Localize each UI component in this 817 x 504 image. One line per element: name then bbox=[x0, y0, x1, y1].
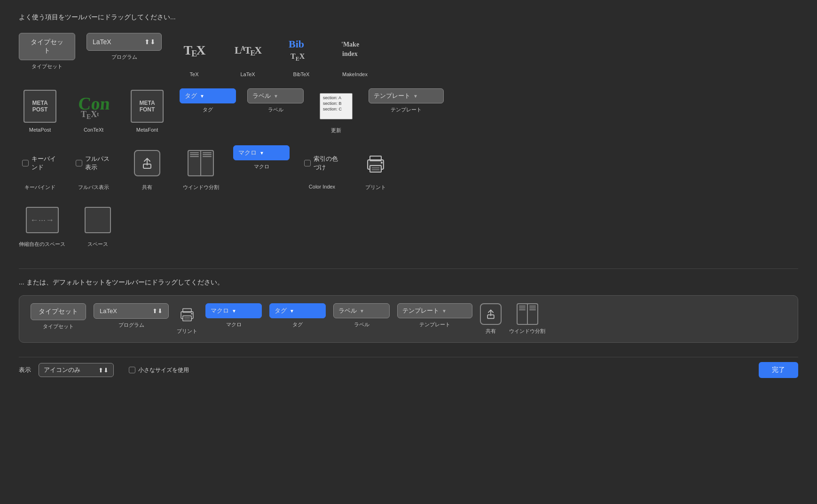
metafont-label: MetaFont bbox=[136, 127, 158, 133]
section-separator bbox=[19, 268, 798, 269]
toolbar-item-latex: LATEX LaTeX bbox=[227, 33, 269, 77]
macro-value: マクロ bbox=[238, 149, 257, 157]
window-split-icon-box bbox=[183, 145, 219, 181]
program-value: LaTeX bbox=[93, 38, 111, 46]
default-macro-arrow: ▼ bbox=[232, 308, 236, 314]
fullpath-label: フルパス表示 bbox=[78, 184, 109, 191]
color-index-text: 索引の色づけ bbox=[314, 155, 340, 172]
default-share-label: 共有 bbox=[486, 328, 496, 335]
makeindex-label: MakeIndex bbox=[342, 71, 368, 77]
toolbar-item-keybind: キーバインド キーバインド bbox=[19, 145, 61, 191]
default-tag-arrow: ▼ bbox=[290, 308, 294, 314]
typeset-button[interactable]: タイプセット bbox=[19, 33, 75, 60]
drag-hint: よく使う項目をツールバーにドラッグしてください... bbox=[19, 13, 798, 22]
svg-point-19 bbox=[191, 313, 192, 315]
default-label-dropdown[interactable]: ラベル ▼ bbox=[333, 303, 390, 318]
toolbar-item-share: 共有 bbox=[126, 145, 168, 191]
default-ws-left bbox=[518, 304, 528, 324]
toolbar-item-label: ラベル ▼ ラベル bbox=[247, 88, 304, 113]
label-value: ラベル bbox=[252, 92, 271, 100]
macro-dropdown[interactable]: マクロ ▼ bbox=[233, 145, 290, 160]
default-bar-print: プリント bbox=[176, 303, 198, 335]
default-print-icon bbox=[176, 303, 198, 325]
default-bar-program: LaTeX ⬆⬇ プログラム bbox=[94, 303, 169, 329]
svg-rect-12 bbox=[370, 165, 381, 172]
toolbar-item-macro: マクロ ▼ マクロ bbox=[233, 145, 290, 170]
toolbar-item-fullpath: フルパス表示 フルパス表示 bbox=[72, 145, 115, 191]
space-label: スペース bbox=[87, 241, 108, 248]
display-dropdown[interactable]: アイコンのみ ⬆⬇ bbox=[39, 363, 114, 377]
fullpath-icon-box: フルパス表示 bbox=[76, 145, 111, 181]
fullpath-checkbox[interactable] bbox=[76, 160, 82, 166]
svg-text:Bib: Bib bbox=[289, 38, 304, 50]
space-icon bbox=[85, 207, 111, 233]
flexible-space-icon: ←···→ bbox=[26, 207, 59, 233]
toolbar-item-update: section: A section: B section: C 更新 bbox=[315, 88, 357, 134]
default-template-label: テンプレート bbox=[419, 321, 450, 328]
context-icon-box: Con TEXt bbox=[76, 88, 111, 124]
window-split-icon bbox=[188, 150, 214, 176]
bottom-bar: 表示 アイコンのみ ⬆⬇ 小さなサイズを使用 完了 bbox=[19, 357, 798, 378]
latex-label: LaTeX bbox=[240, 71, 255, 77]
default-window-split-icon bbox=[517, 303, 538, 325]
default-macro-dropdown[interactable]: マクロ ▼ bbox=[205, 303, 262, 318]
context-label: ConTeXt bbox=[84, 127, 103, 133]
space-icon-box bbox=[80, 202, 116, 238]
tag-dropdown[interactable]: タグ ▼ bbox=[180, 88, 236, 103]
display-value: アイコンのみ bbox=[44, 366, 80, 374]
default-bar-share: 共有 bbox=[480, 303, 502, 335]
default-template-dropdown[interactable]: テンプレート ▼ bbox=[397, 303, 472, 318]
metapost-icon: META POST bbox=[24, 90, 56, 123]
default-bar-tag: タグ ▼ タグ bbox=[269, 303, 326, 328]
macro-label: マクロ bbox=[254, 163, 269, 170]
bibtex-label: BibTeX bbox=[293, 71, 310, 77]
ws-line bbox=[529, 309, 536, 310]
print-icon bbox=[362, 150, 389, 176]
tex-icon-box: TEX bbox=[176, 33, 212, 69]
toolbar-item-makeindex: 'Make index MakeIndex bbox=[334, 33, 376, 77]
label-label: ラベル bbox=[268, 106, 283, 113]
keybind-text: キーバインド bbox=[31, 155, 58, 172]
default-ws-right bbox=[528, 304, 537, 324]
metafont-icon-box: META FONT bbox=[129, 88, 165, 124]
tex-label: TeX bbox=[190, 71, 199, 77]
default-set-hint: ... または、デフォルトセットをツールバーにドラッグしてください。 bbox=[19, 278, 798, 287]
color-index-checkbox[interactable] bbox=[304, 160, 311, 166]
default-label-arrow: ▼ bbox=[360, 308, 364, 314]
display-dropdown-arrows: ⬆⬇ bbox=[98, 367, 109, 374]
default-program-dropdown[interactable]: LaTeX ⬆⬇ bbox=[94, 303, 169, 319]
done-button[interactable]: 完了 bbox=[759, 362, 798, 378]
svg-text:index: index bbox=[342, 50, 358, 57]
default-bar-template: テンプレート ▼ テンプレート bbox=[397, 303, 472, 328]
keybind-icon-box: キーバインド bbox=[22, 145, 58, 181]
toolbar-item-program: LaTeX ⬆⬇ プログラム bbox=[86, 33, 162, 61]
program-dropdown[interactable]: LaTeX ⬆⬇ bbox=[86, 33, 162, 51]
default-tag-dropdown[interactable]: タグ ▼ bbox=[269, 303, 326, 318]
label-dropdown[interactable]: ラベル ▼ bbox=[247, 88, 304, 103]
tag-label: タグ bbox=[203, 106, 213, 113]
metapost-icon-box: META POST bbox=[22, 88, 58, 124]
toolbar-item-space: スペース bbox=[77, 202, 119, 248]
small-size-row: 小さなサイズを使用 bbox=[129, 366, 189, 374]
fullpath-checkbox-row: フルパス表示 bbox=[76, 155, 111, 172]
ws-line bbox=[203, 156, 212, 157]
share-label: 共有 bbox=[142, 184, 152, 191]
toolbar-item-context: Con TEXt ConTeXt bbox=[72, 88, 115, 133]
keybind-checkbox[interactable] bbox=[22, 160, 29, 166]
svg-rect-18 bbox=[183, 316, 191, 321]
small-size-checkbox[interactable] bbox=[129, 367, 135, 373]
default-program-value: LaTeX bbox=[100, 307, 117, 315]
template-label: テンプレート bbox=[391, 106, 422, 113]
update-line-2: section: B bbox=[323, 101, 349, 106]
template-dropdown[interactable]: テンプレート ▼ bbox=[369, 88, 444, 103]
share-icon bbox=[134, 150, 160, 176]
small-size-label: 小さなサイズを使用 bbox=[138, 366, 189, 374]
default-typeset-button[interactable]: タイプセット bbox=[31, 303, 86, 320]
ws-line bbox=[190, 154, 199, 155]
default-macro-label: マクロ bbox=[226, 321, 242, 328]
program-dropdown-arrows: ⬆⬇ bbox=[144, 38, 156, 46]
default-set-bar: タイプセット タイプセット LaTeX ⬆⬇ プログラム bbox=[19, 295, 798, 343]
toolbar-item-bibtex: Bib TEX BibTeX bbox=[280, 33, 322, 77]
svg-rect-3 bbox=[338, 33, 371, 66]
default-print-label: プリント bbox=[177, 328, 197, 335]
